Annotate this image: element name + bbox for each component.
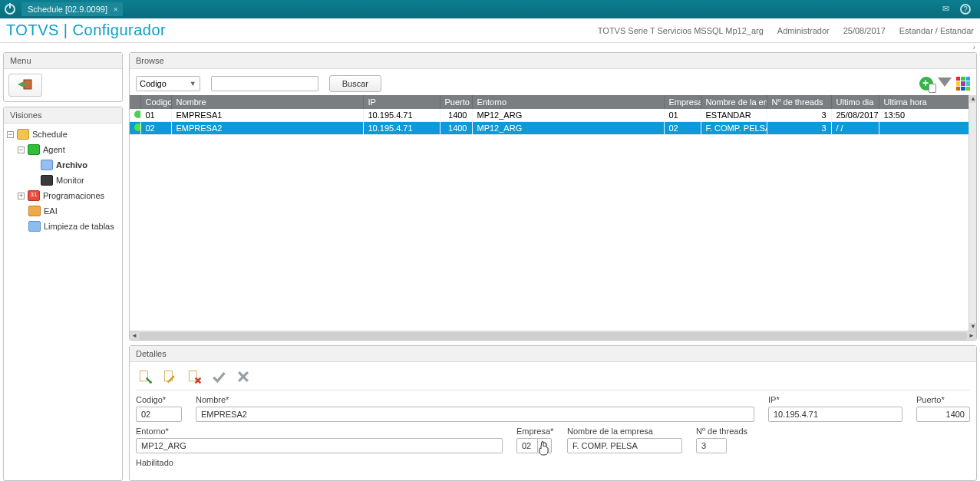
svg-rect-1 <box>140 371 147 381</box>
col-codigo[interactable]: Codigo <box>140 95 171 109</box>
mail-icon[interactable]: ✉ <box>942 4 949 15</box>
subheader: TOTVS | Configurador TOTVS Serie T Servi… <box>0 18 980 43</box>
tree-programaciones[interactable]: + 31 Programaciones <box>7 188 119 203</box>
gear-icon <box>28 206 41 216</box>
horizontal-scrollbar[interactable]: ◄ ► <box>130 331 976 340</box>
col-ip[interactable]: IP <box>363 95 440 109</box>
scroll-thumb[interactable] <box>139 332 967 340</box>
tree-archivo[interactable]: Archivo <box>7 157 119 173</box>
scroll-up-icon[interactable]: ▲ <box>969 95 976 103</box>
cell-ultima-hora: 13:50 <box>879 109 976 122</box>
tab-close-icon[interactable]: × <box>114 5 118 14</box>
status-dot-icon <box>134 110 140 118</box>
confirm-button[interactable] <box>210 368 228 385</box>
agent-icon <box>28 144 40 155</box>
input-ip[interactable] <box>768 407 902 422</box>
search-input[interactable] <box>211 76 318 91</box>
input-puerto[interactable] <box>916 407 970 422</box>
detalles-title: Detalles <box>130 346 976 362</box>
cell-codigo: 01 <box>140 109 171 122</box>
col-puerto[interactable]: Puerto <box>440 95 472 109</box>
cleanup-icon <box>28 221 41 232</box>
edit-record-button[interactable] <box>160 368 179 385</box>
nav-tree: − Schedule − Agent Archivo <box>4 124 122 240</box>
file-icon <box>41 160 53 170</box>
cell-entorno: MP12_ARG <box>472 109 664 122</box>
cancel-button[interactable] <box>234 368 252 385</box>
col-empresa[interactable]: Empresa <box>664 95 701 109</box>
col-ultima-hora[interactable]: Ultima hora <box>879 95 976 109</box>
cell-puerto: 1400 <box>440 122 472 135</box>
browse-grid: Codigo Nombre IP Puerto Entorno Empresa … <box>130 95 976 135</box>
grid-row[interactable]: 01 EMPRESA1 10.195.4.71 1400 MP12_ARG 01… <box>130 109 976 122</box>
vertical-scrollbar[interactable]: ▲ ▼ <box>968 95 976 331</box>
svg-rect-3 <box>189 371 196 381</box>
input-threads[interactable] <box>696 438 727 453</box>
label-entorno: Entorno* <box>136 427 503 436</box>
window-tab-label: Schedule [02.9.0099] <box>28 5 107 14</box>
grid-header-row: Codigo Nombre IP Puerto Entorno Empresa … <box>130 95 976 109</box>
status-date: 25/08/2017 <box>843 26 886 35</box>
input-empresa[interactable] <box>516 438 538 453</box>
brand-title: TOTVS | Configurador <box>6 21 166 39</box>
delete-record-button[interactable] <box>185 368 203 385</box>
input-entorno[interactable] <box>136 438 503 453</box>
menu-exit-button[interactable] <box>8 74 42 97</box>
status-bar: TOTVS Serie T Servicios MSSQL Mp12_arg A… <box>598 26 974 35</box>
tree-eai[interactable]: EAI <box>7 203 119 219</box>
menu-panel: Menu <box>3 52 123 102</box>
search-field-value: Codigo <box>140 79 167 88</box>
cell-empresa: 02 <box>664 122 701 135</box>
cell-codigo: 02 <box>140 122 171 135</box>
grid-row[interactable]: 02 EMPRESA2 10.195.4.71 1400 MP12_ARG 02… <box>130 122 976 135</box>
col-entorno[interactable]: Entorno <box>472 95 664 109</box>
input-nombre[interactable] <box>196 407 754 422</box>
empresa-lookup-button[interactable] <box>538 438 552 453</box>
tree-label: Programaciones <box>43 191 104 200</box>
scroll-left-icon[interactable]: ◄ <box>130 331 139 340</box>
tree-toggle-icon[interactable]: − <box>7 131 14 138</box>
col-threads[interactable]: Nº de threads <box>767 95 831 109</box>
add-button[interactable] <box>919 77 933 91</box>
menu-panel-title: Menu <box>4 53 122 69</box>
buscar-button[interactable]: Buscar <box>329 75 381 92</box>
columns-button[interactable] <box>956 77 970 91</box>
search-field-combo[interactable]: Codigo ▼ <box>136 76 200 91</box>
tree-label: Monitor <box>56 176 84 185</box>
scroll-right-icon[interactable]: ► <box>967 331 976 340</box>
tree-label: Limpieza de tablas <box>44 222 114 231</box>
exit-icon <box>18 78 33 92</box>
cell-puerto: 1400 <box>440 109 472 122</box>
input-nombre-empresa[interactable] <box>567 438 682 453</box>
browse-title: Browse <box>130 53 976 69</box>
tree-toggle-icon[interactable]: + <box>18 193 25 199</box>
filter-button[interactable] <box>938 77 952 91</box>
help-icon[interactable]: ? <box>960 4 971 15</box>
label-habilitado: Habilitado <box>136 458 173 467</box>
collapse-row: › <box>0 43 980 52</box>
cell-ip: 10.195.4.71 <box>363 109 440 122</box>
label-threads: Nº de threads <box>696 427 750 436</box>
tree-agent[interactable]: − Agent <box>7 142 119 157</box>
input-codigo[interactable] <box>136 407 182 422</box>
col-ultimo-dia[interactable]: Ultimo dia <box>831 95 879 109</box>
label-codigo: Codigo* <box>136 395 182 404</box>
new-record-button[interactable] <box>136 368 154 385</box>
tree-schedule[interactable]: − Schedule <box>7 127 119 142</box>
doc-icon <box>929 84 936 93</box>
cell-threads: 3 <box>767 122 831 135</box>
col-nombre-empresa[interactable]: Nombre de la empr <box>701 95 767 109</box>
collapse-right-icon[interactable]: › <box>973 43 975 51</box>
tree-toggle-icon[interactable]: − <box>18 147 25 153</box>
svg-line-9 <box>546 446 548 449</box>
visions-panel-title: Visiones <box>4 107 122 124</box>
cell-ultimo-dia: 25/08/2017 <box>831 109 879 122</box>
tree-monitor[interactable]: Monitor <box>7 173 119 188</box>
col-status[interactable] <box>130 95 140 109</box>
scroll-down-icon[interactable]: ▼ <box>969 323 976 331</box>
folder-icon <box>17 129 29 140</box>
tree-limpieza[interactable]: Limpieza de tablas <box>7 219 119 234</box>
window-tab[interactable]: Schedule [02.9.0099] × <box>21 2 123 16</box>
col-nombre[interactable]: Nombre <box>171 95 363 109</box>
cell-nombre-empresa: F. COMP. PELSA <box>701 122 767 135</box>
